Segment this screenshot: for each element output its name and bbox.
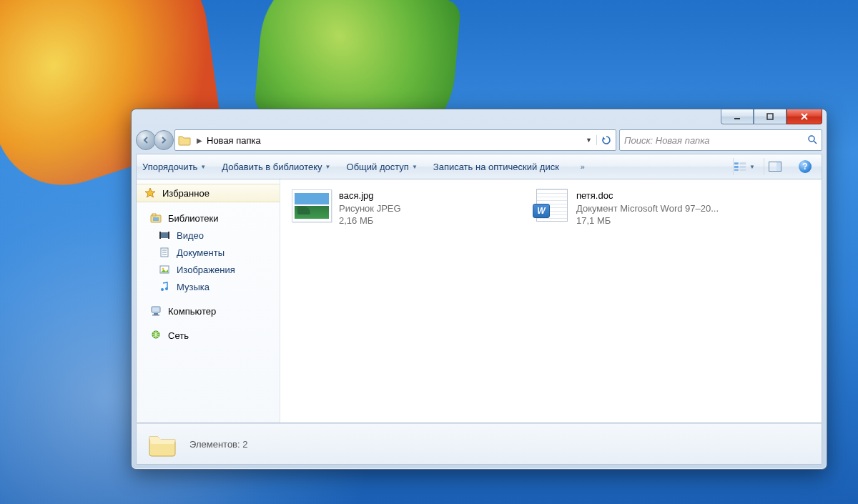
computer-icon	[149, 305, 162, 317]
explorer-window: ▶ Новая папка ▼ Поиск: Новая папка Упоря…	[131, 109, 827, 470]
chevron-down-icon: ▼	[200, 164, 206, 170]
svg-rect-28	[152, 315, 159, 316]
svg-rect-13	[152, 214, 156, 216]
svg-rect-6	[734, 169, 739, 171]
file-details: вася.jpg Рисунок JPEG 2,16 МБ	[339, 189, 401, 227]
svg-rect-4	[734, 162, 739, 164]
svg-point-23	[162, 268, 164, 270]
address-dropdown-icon[interactable]: ▼	[581, 137, 596, 144]
address-row: ▶ Новая папка ▼ Поиск: Новая папка	[136, 129, 822, 151]
pictures-icon	[158, 264, 171, 275]
jpeg-preview-icon	[295, 193, 329, 219]
svg-rect-17	[168, 232, 169, 239]
svg-rect-9	[740, 169, 746, 171]
breadcrumb-folder[interactable]: Новая папка	[207, 135, 261, 146]
maximize-button[interactable]	[754, 109, 786, 124]
breadcrumb-separator-icon: ▶	[192, 137, 207, 144]
search-placeholder: Поиск: Новая папка	[624, 135, 710, 146]
svg-rect-16	[159, 232, 161, 239]
client-area: Избранное Библиотеки Видео	[136, 179, 822, 423]
toolbar-organize-label: Упорядочить	[142, 162, 197, 172]
library-icon	[149, 212, 162, 224]
toolbar: Упорядочить ▼ Добавить в библиотеку ▼ Об…	[136, 154, 822, 179]
word-badge-icon: W	[533, 204, 550, 218]
toolbar-overflow[interactable]: »	[575, 162, 591, 171]
sidebar-item-label: Документы	[177, 247, 225, 258]
documents-icon	[158, 247, 171, 258]
file-size: 2,16 МБ	[339, 214, 401, 227]
refresh-button[interactable]	[596, 135, 616, 145]
file-size: 17,1 МБ	[576, 214, 719, 227]
file-item-jpeg[interactable]: вася.jpg Рисунок JPEG 2,16 МБ	[292, 189, 506, 227]
svg-rect-5	[734, 166, 739, 168]
sidebar-item-label: Изображения	[177, 265, 235, 275]
svg-point-2	[809, 136, 814, 142]
toolbar-add-library-label: Добавить в библиотеку	[222, 162, 322, 172]
search-box[interactable]: Поиск: Новая папка	[619, 129, 822, 151]
svg-line-3	[814, 141, 817, 144]
file-details: петя.doc Документ Microsoft Word 97–20..…	[576, 189, 719, 227]
chevron-down-icon: ▼	[412, 164, 418, 170]
svg-rect-15	[160, 232, 169, 238]
toolbar-organize[interactable]: Упорядочить ▼	[142, 162, 206, 172]
close-button[interactable]	[786, 109, 822, 124]
file-name: петя.doc	[576, 189, 719, 202]
svg-rect-26	[152, 307, 160, 312]
sidebar-item-music[interactable]: Музыка	[137, 278, 280, 295]
help-icon: ?	[799, 160, 812, 173]
toolbar-add-to-library[interactable]: Добавить в библиотеку ▼	[222, 162, 330, 172]
back-button[interactable]	[136, 130, 156, 150]
svg-rect-8	[740, 166, 746, 168]
svg-point-24	[161, 288, 164, 291]
chevron-down-icon: ▼	[325, 164, 331, 170]
sidebar-network-label: Сеть	[168, 330, 189, 341]
toolbar-share[interactable]: Общий доступ ▼	[347, 162, 418, 172]
address-bar[interactable]: ▶ Новая папка ▼	[174, 129, 616, 151]
doc-icon: W	[536, 189, 568, 222]
file-type: Документ Microsoft Word 97–20...	[576, 202, 719, 215]
sidebar-item-label: Видео	[177, 230, 204, 241]
view-options-button[interactable]: ▼	[733, 158, 755, 175]
sidebar-item-documents[interactable]: Документы	[137, 244, 280, 261]
search-icon	[807, 134, 817, 147]
svg-rect-0	[734, 118, 740, 119]
svg-point-25	[165, 287, 168, 290]
svg-rect-14	[153, 217, 159, 221]
forward-button[interactable]	[154, 130, 174, 150]
help-button[interactable]: ?	[794, 158, 816, 175]
video-icon	[158, 229, 171, 241]
folder-icon	[147, 430, 178, 458]
sidebar-computer-label: Компьютер	[168, 306, 216, 317]
svg-rect-1	[767, 114, 773, 119]
file-list[interactable]: вася.jpg Рисунок JPEG 2,16 МБ W петя.doc…	[280, 179, 822, 423]
file-thumbnail	[292, 189, 332, 222]
music-icon	[158, 281, 171, 292]
sidebar-item-video[interactable]: Видео	[137, 227, 280, 244]
file-item-doc[interactable]: W петя.doc Документ Microsoft Word 97–20…	[535, 189, 749, 227]
toolbar-share-label: Общий доступ	[347, 162, 409, 172]
sidebar-libraries-label: Библиотеки	[168, 213, 218, 224]
folder-icon	[178, 134, 191, 146]
svg-rect-27	[154, 313, 158, 315]
network-icon	[149, 330, 162, 341]
file-name: вася.jpg	[339, 189, 401, 202]
svg-rect-11	[776, 162, 781, 171]
preview-pane-button[interactable]	[764, 158, 786, 175]
status-count: Элементов: 2	[189, 439, 247, 450]
sidebar-item-label: Музыка	[177, 282, 209, 292]
nav-buttons	[136, 129, 172, 151]
chevron-down-icon: ▼	[749, 164, 755, 170]
sidebar-network[interactable]: Сеть	[137, 327, 280, 344]
sidebar-libraries[interactable]: Библиотеки	[137, 209, 280, 227]
toolbar-burn-label: Записать на оптический диск	[433, 162, 559, 172]
svg-rect-7	[740, 162, 746, 164]
minimize-button[interactable]	[721, 109, 754, 124]
sidebar-item-pictures[interactable]: Изображения	[137, 261, 280, 278]
star-icon	[144, 187, 157, 199]
navigation-pane: Избранное Библиотеки Видео	[137, 179, 280, 423]
sidebar-favorites[interactable]: Избранное	[137, 184, 280, 202]
sidebar-computer[interactable]: Компьютер	[137, 302, 280, 320]
window-controls	[721, 109, 822, 124]
toolbar-burn[interactable]: Записать на оптический диск	[433, 162, 559, 172]
sidebar-favorites-label: Избранное	[162, 188, 209, 199]
